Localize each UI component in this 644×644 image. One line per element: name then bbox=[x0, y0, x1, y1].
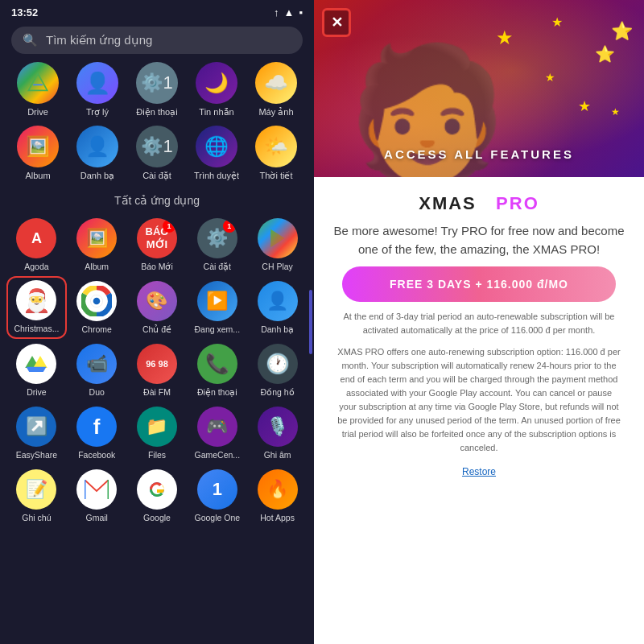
svg-marker-2 bbox=[270, 229, 285, 248]
app-daifm-icon: 96 98 bbox=[137, 344, 177, 384]
quick-app-settings-label: Cài đặt bbox=[142, 171, 171, 181]
svg-marker-0 bbox=[28, 73, 47, 90]
close-button[interactable]: ✕ bbox=[322, 8, 351, 37]
app-facebook-icon: f bbox=[76, 407, 117, 447]
app-dangxem-icon: ▶️ bbox=[197, 281, 237, 321]
app-daifm[interactable]: 96 98 Đài FM bbox=[127, 339, 188, 402]
app-hotapps-label: Hot Apps bbox=[260, 513, 295, 522]
app-facebook[interactable]: f Facebook bbox=[67, 402, 127, 464]
quick-app-weather-icon: 🌤️ bbox=[255, 126, 297, 167]
app-danba-label: Danh bạ bbox=[261, 324, 294, 334]
quick-app-phone[interactable]: ⚙️ 1 Điện thoại bbox=[133, 62, 181, 118]
app-googleone-label: Google One bbox=[194, 513, 240, 522]
app-gmail[interactable]: Gmail bbox=[67, 464, 127, 527]
app-xmas[interactable]: 🎅 Christmas... bbox=[6, 276, 67, 339]
promo-subtitle: Be more awesome! Try PRO for free now an… bbox=[333, 222, 625, 258]
quick-app-contacts[interactable]: 👤 Danh bạ bbox=[73, 126, 122, 181]
app-danba[interactable]: 👤 Danh bạ bbox=[247, 276, 308, 339]
quick-app-messages-label: Tin nhắn bbox=[199, 107, 233, 118]
app-agoda-icon: A bbox=[16, 218, 56, 258]
quick-apps-row2: 🖼️ Album 👤 Danh bạ ⚙️ 1 Cài đặt 🌐 Trình … bbox=[0, 126, 314, 181]
quick-app-browser[interactable]: 🌐 Trình duyệt bbox=[192, 126, 241, 181]
app-chude-label: Chủ đề bbox=[142, 324, 171, 334]
status-icons: ↑ ▲ ▪ bbox=[274, 6, 303, 19]
app-googleone[interactable]: 1 Google One bbox=[187, 464, 247, 527]
app-baomoi-icon: BÁOMỚI 1 bbox=[137, 218, 177, 258]
all-apps-section-title: Tất cả ứng dụng bbox=[0, 194, 314, 207]
app-gmail-label: Gmail bbox=[85, 513, 107, 522]
quick-app-drive[interactable]: Drive bbox=[14, 62, 62, 118]
app-chrome[interactable]: Chrome bbox=[67, 276, 127, 339]
restore-link[interactable]: Restore bbox=[462, 466, 496, 477]
app-baomoi[interactable]: BÁOMỚI 1 Báo Mới bbox=[127, 213, 188, 276]
app-agoda[interactable]: A Agoda bbox=[6, 213, 67, 276]
app-donghoo-label: Đồng hồ bbox=[261, 387, 295, 397]
app-album-label: Album bbox=[85, 262, 109, 271]
app-ghiam-label: Ghi âm bbox=[264, 450, 291, 460]
app-dangxem[interactable]: ▶️ Đang xem... bbox=[187, 276, 247, 339]
app-chrome-label: Chrome bbox=[82, 324, 112, 334]
app-ghichu-label: Ghi chú bbox=[22, 513, 51, 522]
quick-app-album[interactable]: 🖼️ Album bbox=[14, 126, 62, 181]
svg-marker-10 bbox=[27, 367, 47, 372]
quick-app-weather[interactable]: 🌤️ Thời tiết bbox=[252, 126, 300, 181]
quick-app-assistant[interactable]: 👤 Trợ lý bbox=[73, 62, 122, 118]
app-google-label: Google bbox=[143, 513, 171, 522]
quick-app-camera[interactable]: ☁️ Máy ảnh bbox=[252, 62, 300, 118]
app-chude-icon: 🎨 bbox=[137, 281, 177, 321]
app-easyshare[interactable]: ↗️ EasyShare bbox=[6, 402, 67, 464]
app-caidat[interactable]: ⚙️ 1 Cài đặt bbox=[187, 213, 247, 276]
app-album[interactable]: 🖼️ Album bbox=[67, 213, 127, 276]
app-agoda-label: Agoda bbox=[24, 262, 48, 271]
app-google[interactable]: Google bbox=[127, 464, 188, 527]
app-duo-label: Duo bbox=[89, 387, 105, 397]
app-hotapps[interactable]: 🔥 Hot Apps bbox=[247, 464, 308, 527]
quick-app-phone-label: Điện thoại bbox=[136, 107, 177, 118]
app-chplay-icon bbox=[258, 218, 298, 258]
app-gdrive[interactable]: Drive bbox=[6, 339, 67, 402]
svg-point-6 bbox=[93, 298, 101, 305]
app-danba-icon: 👤 bbox=[258, 281, 298, 321]
quick-app-contacts-icon: 👤 bbox=[76, 126, 118, 167]
app-facebook-label: Facebook bbox=[78, 450, 115, 460]
quick-app-assistant-label: Trợ lý bbox=[86, 107, 109, 118]
app-donghoo[interactable]: 🕐 Đồng hồ bbox=[247, 339, 308, 402]
promo-fine-print-2: XMAS PRO offers one auto-renewing subscr… bbox=[333, 345, 625, 455]
quick-apps-row1: Drive 👤 Trợ lý ⚙️ 1 Điện thoại 🌙 Tin nhắ… bbox=[0, 62, 314, 118]
app-grid: A Agoda 🖼️ Album BÁOMỚI 1 Báo Mới ⚙️ 1 C… bbox=[0, 213, 314, 527]
app-chude[interactable]: 🎨 Chủ đề bbox=[127, 276, 188, 339]
app-gdrive-label: Drive bbox=[27, 387, 47, 397]
app-files[interactable]: 📁 Files bbox=[127, 402, 188, 464]
app-donghoo-icon: 🕐 bbox=[258, 344, 298, 384]
app-duo[interactable]: 📹 Duo bbox=[67, 339, 127, 402]
app-dienthoai-label: Điện thoại bbox=[197, 387, 237, 397]
app-dienthoai[interactable]: 📞 Điện thoại bbox=[187, 339, 247, 402]
quick-app-assistant-icon: 👤 bbox=[76, 62, 118, 104]
search-placeholder: Tìm kiếm ứng dụng bbox=[46, 33, 152, 47]
app-gamecenter-icon: 🎮 bbox=[197, 407, 237, 447]
app-chrome-icon bbox=[76, 281, 117, 321]
quick-app-messages[interactable]: 🌙 Tin nhắn bbox=[192, 62, 241, 118]
app-ghichu-icon: 📝 bbox=[16, 469, 56, 510]
time-display: 13:52 bbox=[11, 6, 38, 19]
quick-app-contacts-label: Danh bạ bbox=[80, 171, 114, 181]
app-ghichu[interactable]: 📝 Ghi chú bbox=[6, 464, 67, 527]
app-gamecenter-label: GameCen... bbox=[194, 450, 240, 460]
quick-app-settings[interactable]: ⚙️ 1 Cài đặt bbox=[133, 126, 181, 181]
app-caidat-icon: ⚙️ 1 bbox=[197, 218, 237, 258]
app-xmas-icon: 🎅 bbox=[16, 280, 56, 320]
app-googleone-icon: 1 bbox=[197, 469, 237, 510]
search-bar[interactable]: 🔍 Tìm kiếm ứng dụng bbox=[11, 27, 303, 54]
quick-app-browser-icon: 🌐 bbox=[196, 126, 237, 167]
wifi-icon: ▲ bbox=[284, 6, 295, 19]
app-hotapps-icon: 🔥 bbox=[258, 469, 298, 510]
app-ghiam[interactable]: 🎙️ Ghi âm bbox=[247, 402, 308, 464]
app-chplay-label: CH Play bbox=[262, 262, 293, 271]
cta-button[interactable]: FREE 3 DAYS + 116.000 đ/MO bbox=[342, 266, 616, 302]
app-gamecenter[interactable]: 🎮 GameCen... bbox=[187, 402, 247, 464]
app-easyshare-label: EasyShare bbox=[16, 450, 57, 460]
app-chplay[interactable]: CH Play bbox=[247, 213, 308, 276]
promo-fine-print-1: At the end of 3-day trial period an auto… bbox=[333, 310, 625, 337]
battery-icon: ▪ bbox=[299, 6, 303, 19]
upload-icon: ↑ bbox=[274, 6, 279, 19]
